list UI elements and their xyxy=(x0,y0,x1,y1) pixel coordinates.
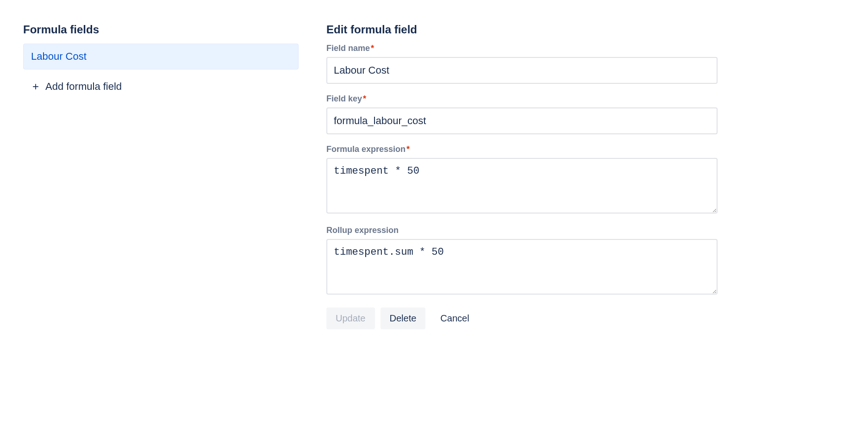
main-container: Formula fields Labour Cost + Add formula… xyxy=(23,23,718,329)
edit-form-panel: Edit formula field Field name* Field key… xyxy=(326,23,718,329)
add-formula-field-label: Add formula field xyxy=(45,81,122,93)
edit-form-title: Edit formula field xyxy=(326,23,718,36)
cancel-button[interactable]: Cancel xyxy=(431,308,478,329)
rollup-expression-label: Rollup expression xyxy=(326,226,718,235)
rollup-expression-input[interactable] xyxy=(326,239,718,295)
field-name-group: Field name* xyxy=(326,44,718,84)
rollup-expression-group: Rollup expression xyxy=(326,226,718,296)
form-button-row: Update Delete Cancel xyxy=(326,308,718,329)
formula-expression-input[interactable] xyxy=(326,158,718,214)
field-name-label: Field name* xyxy=(326,44,718,53)
formula-field-item[interactable]: Labour Cost xyxy=(23,44,299,69)
field-name-input[interactable] xyxy=(326,57,718,84)
field-key-group: Field key* xyxy=(326,94,718,134)
formula-field-item-label: Labour Cost xyxy=(31,50,87,62)
formula-expression-label: Formula expression* xyxy=(326,145,718,154)
update-button[interactable]: Update xyxy=(326,308,375,329)
delete-button[interactable]: Delete xyxy=(381,308,426,329)
plus-icon: + xyxy=(31,81,41,92)
field-key-input[interactable] xyxy=(326,107,718,134)
field-key-label: Field key* xyxy=(326,94,718,104)
formula-expression-group: Formula expression* xyxy=(326,145,718,215)
required-asterisk: * xyxy=(363,94,366,103)
formula-fields-panel: Formula fields Labour Cost + Add formula… xyxy=(23,23,299,329)
required-asterisk: * xyxy=(371,44,374,53)
formula-fields-title: Formula fields xyxy=(23,23,299,36)
add-formula-field-button[interactable]: + Add formula field xyxy=(23,76,129,97)
required-asterisk: * xyxy=(406,145,410,154)
